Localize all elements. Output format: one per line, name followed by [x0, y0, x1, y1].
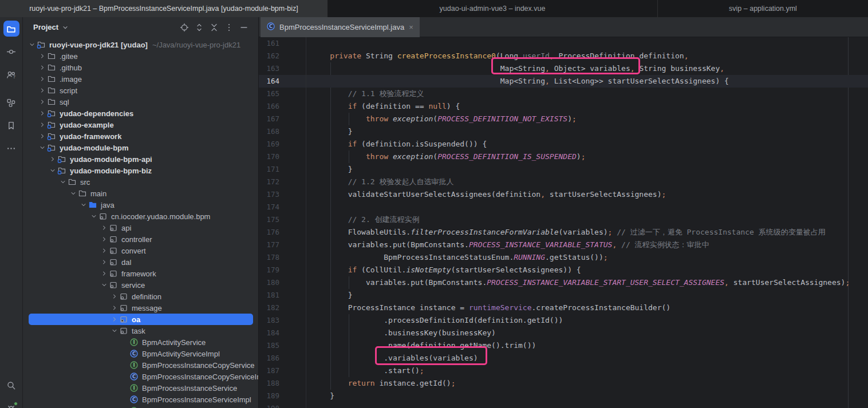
expand-all-icon[interactable] — [192, 21, 206, 34]
code-line-187[interactable]: 187 .start(); — [259, 365, 868, 377]
line-number[interactable]: 167 — [259, 113, 306, 125]
line-number[interactable]: 184 — [259, 327, 306, 339]
tree-item-java[interactable]: java — [23, 199, 259, 211]
line-number[interactable]: 175 — [259, 213, 306, 226]
tree-item-bpmprocessinstancecopyserviceimpl[interactable]: CBpmProcessInstanceCopyServiceImpl — [23, 371, 259, 382]
tree-item-message[interactable]: message — [23, 302, 259, 314]
chevron-down-icon[interactable] — [100, 280, 109, 290]
more-tool-windows-icon[interactable] — [3, 140, 19, 156]
window-tab-active[interactable]: ruoyi-vue-pro-jdk21 – BpmProcessInstance… — [0, 0, 328, 17]
line-number[interactable]: 170 — [259, 150, 306, 163]
line-number[interactable]: 169 — [259, 138, 306, 150]
tree-item-clipped[interactable]: I — [23, 405, 259, 408]
chevron-down-icon[interactable] — [89, 212, 98, 221]
code-line-182[interactable]: 182 ProcessInstance instance = runtimeSe… — [259, 302, 868, 314]
project-folder-icon[interactable] — [3, 21, 19, 37]
tree-item-yudao-dependencies[interactable]: yudao-dependencies — [23, 108, 259, 119]
code-line-183[interactable]: 183 .processDefinitionId(definition.getI… — [259, 314, 868, 327]
line-number[interactable]: 168 — [259, 125, 306, 138]
code-area[interactable]: 161162 private String createProcessInsta… — [259, 37, 868, 408]
tree-item-yudao-module-bpm-biz[interactable]: yudao-module-bpm-biz — [23, 165, 259, 176]
chevron-down-icon[interactable] — [69, 189, 78, 198]
tree-item-ruoyi-vue-pro-jdk21-yudao-[interactable]: ruoyi-vue-pro-jdk21 [yudao]~/Java/ruoyi-… — [23, 39, 259, 50]
code-line-166[interactable]: 166 if (definition == null) { — [259, 100, 868, 113]
chevron-right-icon[interactable] — [100, 258, 109, 267]
code-line-184[interactable]: 184 .businessKey(businessKey) — [259, 327, 868, 339]
chevron-right-icon[interactable] — [38, 86, 47, 95]
chevron-right-icon[interactable] — [38, 120, 47, 129]
chevron-right-icon[interactable] — [48, 155, 57, 164]
tree-item-src[interactable]: src — [23, 176, 259, 188]
tree-item-controller[interactable]: controller — [23, 233, 259, 245]
line-number[interactable]: 164 — [259, 75, 306, 88]
locate-icon[interactable] — [177, 21, 191, 34]
chevron-right-icon[interactable] — [38, 74, 47, 84]
debug-icon[interactable] — [3, 400, 19, 408]
chevron-down-icon[interactable] — [79, 200, 88, 209]
tree-item-yudao-example[interactable]: yudao-example — [23, 119, 259, 130]
chevron-down-icon[interactable] — [48, 166, 57, 175]
chevron-right-icon[interactable] — [100, 235, 109, 244]
chevron-right-icon[interactable] — [100, 223, 109, 232]
chevron-right-icon[interactable] — [38, 109, 47, 118]
line-number[interactable]: 183 — [259, 314, 306, 327]
chevron-right-icon[interactable] — [38, 132, 47, 141]
code-line-172[interactable]: 172 // 1.2 校验发起人自选审批人 — [259, 176, 868, 188]
line-number[interactable]: 177 — [259, 239, 306, 251]
line-number[interactable]: 190 — [259, 402, 306, 408]
line-number[interactable]: 174 — [259, 201, 306, 213]
line-number[interactable]: 178 — [259, 251, 306, 264]
chevron-right-icon[interactable] — [38, 63, 47, 72]
tree-item-dal[interactable]: dal — [23, 256, 259, 268]
code-line-167[interactable]: 167 throw exception(PROCESS_DEFINITION_N… — [259, 113, 868, 125]
window-tab-index-vue[interactable]: yudao-ui-admin-vue3 – index.vue — [328, 0, 657, 17]
tree-item-api[interactable]: api — [23, 222, 259, 233]
collapse-all-icon[interactable] — [207, 21, 221, 34]
code-line-174[interactable]: 174 — [259, 201, 868, 213]
search-icon[interactable] — [3, 377, 19, 393]
structure-icon[interactable] — [3, 94, 19, 110]
kebab-menu-icon[interactable] — [222, 21, 236, 34]
chevron-right-icon[interactable] — [38, 97, 47, 106]
tree-item--gitee[interactable]: .gitee — [23, 50, 259, 62]
line-number[interactable]: 166 — [259, 100, 306, 113]
tree-item-bpmprocessinstanceservice[interactable]: IBpmProcessInstanceService — [23, 382, 259, 394]
line-number[interactable]: 162 — [259, 50, 306, 62]
line-number[interactable]: 186 — [259, 352, 306, 365]
chevron-right-icon[interactable] — [110, 292, 119, 301]
line-number[interactable]: 176 — [259, 226, 306, 239]
tree-item-bpmprocessinstanceserviceimpl[interactable]: CBpmProcessInstanceServiceImpl — [23, 394, 259, 405]
line-number[interactable]: 187 — [259, 365, 306, 377]
chevron-right-icon[interactable] — [100, 246, 109, 255]
code-line-185[interactable]: 185 .name(definition.getName().trim()) — [259, 339, 868, 352]
code-line-173[interactable]: 173 validateStartUserSelectAssignees(def… — [259, 188, 868, 201]
project-panel-title[interactable]: Project — [33, 23, 58, 31]
editor-tab-active[interactable]: C BpmProcessInstanceServiceImpl.java × — [261, 17, 420, 37]
chevron-right-icon[interactable] — [38, 52, 47, 61]
chevron-down-icon[interactable] — [61, 23, 69, 31]
code-line-190[interactable]: 190 — [259, 402, 868, 408]
chevron-down-icon[interactable] — [110, 326, 119, 335]
tree-item-service[interactable]: service — [23, 279, 259, 291]
chevron-down-icon[interactable] — [27, 40, 37, 49]
line-number[interactable]: 188 — [259, 377, 306, 390]
tree-item-task[interactable]: task — [23, 325, 259, 336]
tree-item-bpmactivityservice[interactable]: IBpmActivityService — [23, 336, 259, 348]
window-tab-application-yml[interactable]: svip – application.yml — [657, 0, 868, 17]
code-line-188[interactable]: 188 return instance.getId(); — [259, 377, 868, 390]
chevron-down-icon[interactable] — [38, 143, 47, 152]
line-number[interactable]: 179 — [259, 264, 306, 276]
line-number[interactable]: 172 — [259, 176, 306, 188]
tree-item-script[interactable]: script — [23, 85, 259, 96]
tree-item-yudao-framework[interactable]: yudao-framework — [23, 130, 259, 142]
chevron-right-icon[interactable] — [110, 303, 119, 312]
tree-item-yudao-module-bpm-api[interactable]: yudao-module-bpm-api — [23, 153, 259, 165]
line-number[interactable]: 161 — [259, 37, 306, 50]
hide-panel-icon[interactable] — [237, 21, 251, 34]
code-line-175[interactable]: 175 // 2. 创建流程实例 — [259, 213, 868, 226]
code-line-176[interactable]: 176 FlowableUtils.filterProcessInstanceF… — [259, 226, 868, 239]
code-line-161[interactable]: 161 — [259, 37, 868, 50]
line-number[interactable]: 165 — [259, 88, 306, 100]
commit-icon[interactable] — [3, 43, 19, 60]
line-number[interactable]: 182 — [259, 302, 306, 314]
